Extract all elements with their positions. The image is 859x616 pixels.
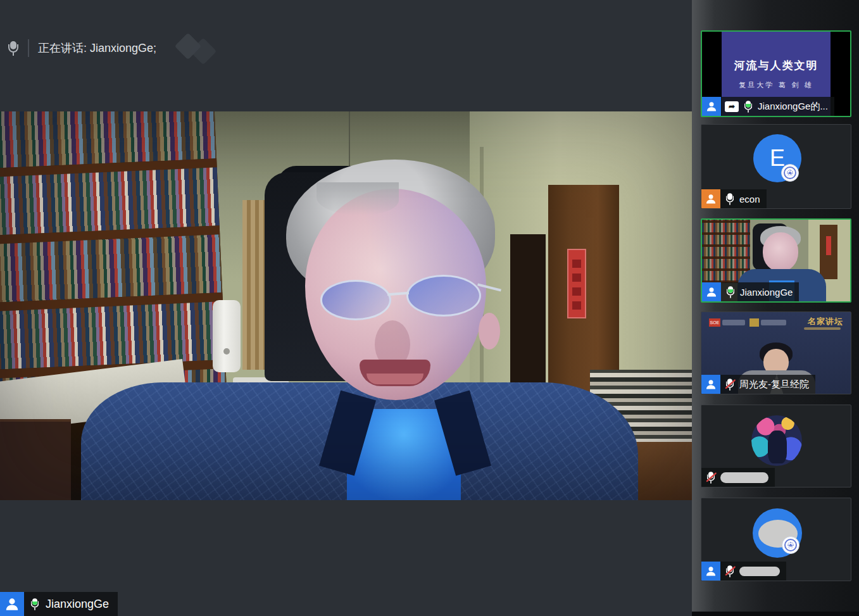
- tile-label-bar: econ: [701, 189, 767, 208]
- mic-speaking-icon: [726, 286, 735, 298]
- participant-name: econ: [739, 194, 760, 204]
- logo-text-smudge: [761, 320, 786, 325]
- mic-muted-icon: [725, 379, 734, 390]
- sidebar-bottom-strip: [692, 612, 859, 616]
- participant-name: JianxiongGe: [740, 287, 793, 298]
- lecture-subtitle-smudge: [804, 327, 841, 330]
- participant-tile-econ[interactable]: E econ: [701, 124, 851, 209]
- participant-tile-jianxiongge[interactable]: JianxiongGe: [701, 218, 851, 303]
- red-calligraphy-scroll: [567, 249, 586, 318]
- slide-subtitle: 复旦大学 葛 剑 雄: [739, 80, 813, 90]
- lecture-title: 名家讲坛: [808, 316, 843, 327]
- seal-badge-icon: [781, 164, 799, 182]
- person-icon: [701, 375, 720, 394]
- lecture-badge-icon: [749, 318, 759, 327]
- meeting-window: 正在讲话: JianxiongGe;: [0, 0, 859, 616]
- participant-tile-zhouguangyou[interactable]: SOE 名家讲坛 周光友-复旦经院: [701, 311, 851, 394]
- avatar-photo: [751, 415, 802, 466]
- speaker-name-label: JianxiongGe: [46, 598, 109, 611]
- speaker-ear: [479, 313, 500, 349]
- mic-muted-icon: [706, 472, 715, 483]
- person-icon: [702, 282, 721, 301]
- desk-drawers: [0, 419, 71, 500]
- active-speaker-name-badge: JianxiongGe: [0, 592, 118, 616]
- person-icon: [701, 562, 720, 581]
- mic-icon: [8, 41, 19, 56]
- participant-name: JianxiongGe的...: [758, 101, 828, 113]
- main-webcam-video[interactable]: [0, 111, 692, 500]
- redacted-name: [739, 567, 780, 576]
- speaker-mouth: [360, 360, 430, 386]
- tile-label-bar: ➦ JianxiongGe的...: [702, 97, 834, 116]
- participant-tile-screen-share[interactable]: 河流与人类文明 复旦大学 葛 剑 雄 ➦ JianxiongGe的...: [701, 30, 851, 117]
- mic-speaking-icon: [30, 598, 39, 610]
- glasses-lens: [406, 275, 481, 317]
- participant-tile-initial-avatar[interactable]: [701, 498, 851, 581]
- participant-tile-photo-avatar[interactable]: [701, 405, 851, 487]
- red-calligraphy-scroll: [826, 236, 831, 255]
- glasses-lens: [320, 280, 391, 320]
- mic-muted-icon: [725, 565, 734, 577]
- speaking-indicator: 正在讲话: JianxiongGe;: [8, 38, 156, 58]
- redacted-name: [720, 472, 768, 483]
- tile-label-bar: [701, 468, 775, 487]
- lecture-badge-icon: SOE: [709, 318, 720, 327]
- mic-speaking-icon: [744, 101, 753, 112]
- person-icon: [702, 97, 721, 116]
- speaker-face: [763, 232, 798, 272]
- tile-label-bar: [701, 562, 786, 581]
- person-icon: [701, 189, 720, 208]
- air-purifier: [213, 300, 241, 372]
- divider: [28, 39, 29, 57]
- slide-title: 河流与人类文明: [734, 58, 818, 73]
- mic-on-icon: [725, 193, 734, 204]
- tile-label-bar: 周光友-复旦经院: [701, 375, 815, 394]
- speaking-indicator-text: 正在讲话: JianxiongGe;: [38, 41, 156, 56]
- logo-text-smudge: [722, 320, 745, 325]
- tile-label-bar: JianxiongGe: [702, 282, 799, 301]
- seal-badge-icon: [782, 536, 799, 554]
- participants-sidebar[interactable]: 河流与人类文明 复旦大学 葛 剑 雄 ➦ JianxiongGe的... E: [692, 0, 859, 616]
- participant-name: 周光友-复旦经院: [739, 379, 809, 391]
- person-icon: [0, 592, 24, 616]
- screen-share-icon: ➦: [725, 101, 739, 112]
